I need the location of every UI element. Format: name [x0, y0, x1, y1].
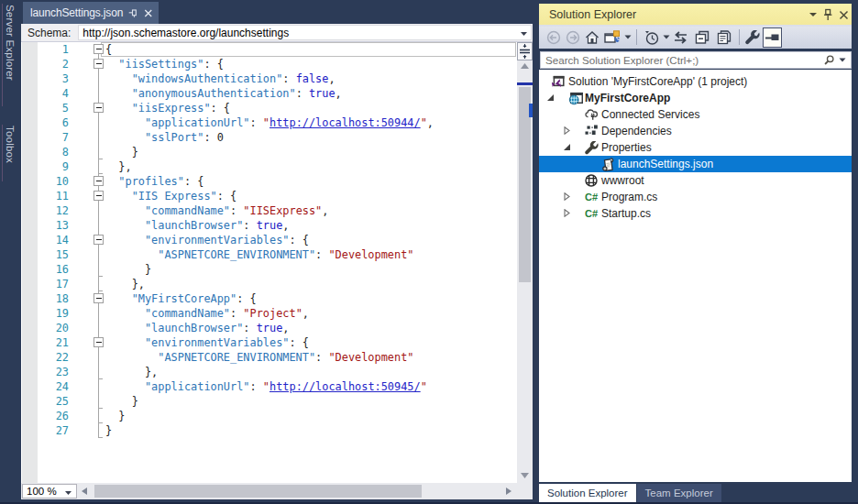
- tree-item-label: Dependencies: [601, 125, 672, 137]
- editor-bottom-bar: 100 %: [21, 483, 533, 499]
- scroll-down-arrow[interactable]: [520, 472, 530, 479]
- code-token: "iisSettings": [118, 58, 204, 71]
- solution-explorer-titlebar[interactable]: Solution Explorer: [539, 4, 852, 25]
- code-token: false: [296, 72, 329, 85]
- code-token: "sslPort": [145, 131, 204, 144]
- rail-tab-toolbox[interactable]: Toolbox: [5, 126, 16, 163]
- fold-collapse-box[interactable]: [94, 44, 104, 54]
- code-line[interactable]: "applicationUrl": "http://localhost:5094…: [105, 379, 427, 394]
- forward-icon[interactable]: [566, 30, 580, 45]
- tree-item-startup-cs[interactable]: C# Startup.cs: [539, 205, 852, 222]
- fold-end-tick: [98, 276, 103, 277]
- chevron-down-icon[interactable]: [663, 35, 670, 39]
- code-line[interactable]: "commandName": "Project",: [105, 306, 309, 321]
- code-line[interactable]: }: [105, 262, 151, 277]
- code-token: [105, 175, 118, 188]
- fold-collapse-box[interactable]: [94, 59, 104, 69]
- code-line[interactable]: "windowsAuthentication": false,: [105, 71, 336, 86]
- pending-changes-filter-icon[interactable]: [644, 30, 660, 46]
- show-all-files-icon[interactable]: [717, 30, 732, 45]
- tree-item-myfirstcoreapp[interactable]: MyFirstCoreApp: [539, 90, 852, 106]
- code-token: [105, 307, 145, 320]
- fold-collapse-box[interactable]: [94, 103, 104, 113]
- code-line[interactable]: "commandName": "IISExpress",: [105, 203, 328, 218]
- code-line[interactable]: "applicationUrl": "http://localhost:5094…: [105, 115, 434, 130]
- code-token: ,: [336, 87, 342, 100]
- window-position-chevron-icon[interactable]: [808, 12, 818, 17]
- tree-item-label: wwwroot: [601, 174, 644, 187]
- code-line[interactable]: "MyFirstCoreApp": {: [105, 291, 257, 306]
- collapse-all-icon[interactable]: [695, 30, 710, 45]
- code-line[interactable]: "IIS Express": {: [105, 189, 236, 203]
- solution-explorer-search[interactable]: Search Solution Explorer (Ctrl+;): [540, 51, 852, 69]
- sync-with-active-document-icon[interactable]: [673, 30, 688, 45]
- code-line[interactable]: }: [105, 409, 125, 423]
- tab-solution-explorer[interactable]: Solution Explorer: [539, 484, 636, 502]
- fold-collapse-box[interactable]: [94, 191, 104, 201]
- code-line[interactable]: }: [105, 145, 138, 159]
- code-line[interactable]: "ASPNETCORE_ENVIRONMENT": "Development": [105, 247, 414, 262]
- code-line[interactable]: "launchBrowser": true,: [105, 218, 289, 233]
- code-line[interactable]: "iisSettings": {: [105, 57, 224, 71]
- tree-item-dependencies[interactable]: Dependencies: [539, 123, 852, 139]
- tree-item-label: launchSettings.json: [618, 158, 713, 170]
- fold-collapse-box[interactable]: [94, 293, 104, 303]
- code-line[interactable]: "profiles": {: [105, 174, 204, 189]
- tree-item-wwwroot[interactable]: wwwroot: [539, 172, 852, 189]
- tree-item-launchsettings-json[interactable]: launchSettings.json: [539, 156, 852, 172]
- code-editor[interactable]: 1{2 "iisSettings": {3 "windowsAuthentica…: [21, 42, 517, 483]
- code-line[interactable]: "sslPort": 0: [105, 130, 224, 145]
- properties-icon[interactable]: [745, 30, 760, 45]
- switch-views-icon[interactable]: [604, 30, 621, 46]
- code-line[interactable]: "ASPNETCORE_ENVIRONMENT": "Development": [105, 350, 414, 365]
- back-icon[interactable]: [546, 30, 561, 45]
- tree-item-properties[interactable]: Properties: [539, 139, 852, 156]
- code-token: :: [204, 131, 216, 144]
- chevron-down-icon[interactable]: [839, 58, 846, 62]
- code-line[interactable]: },: [105, 159, 132, 174]
- code-line[interactable]: {: [105, 42, 112, 57]
- scroll-right-arrow[interactable]: [505, 487, 512, 496]
- scroll-up-arrow[interactable]: [520, 62, 530, 70]
- tab-team-explorer[interactable]: Team Explorer: [637, 484, 721, 502]
- fold-collapse-box[interactable]: [94, 176, 104, 186]
- zoom-level-combo[interactable]: 100 %: [22, 484, 77, 499]
- code-line[interactable]: }: [105, 394, 138, 409]
- code-token: [105, 116, 145, 129]
- fold-collapse-box[interactable]: [94, 337, 104, 347]
- chevron-down-icon[interactable]: [520, 31, 528, 37]
- chevron-down-icon[interactable]: [624, 35, 632, 39]
- editor-vertical-scrollbar[interactable]: [517, 42, 533, 483]
- tree-item-solution-myfirstcoreapp-1-project[interactable]: Solution 'MyFirstCoreApp' (1 project): [539, 73, 852, 90]
- chevron-down-icon[interactable]: [64, 490, 72, 496]
- schema-combo[interactable]: http://json.schemastore.org/launchsettin…: [78, 25, 532, 40]
- close-icon[interactable]: [144, 8, 153, 18]
- home-icon[interactable]: [585, 30, 600, 45]
- close-icon[interactable]: [839, 10, 849, 20]
- rail-tab-server-explorer[interactable]: Server Explorer: [5, 5, 16, 81]
- code-token: ": [263, 380, 270, 393]
- code-line[interactable]: "launchBrowser": true,: [105, 321, 289, 335]
- fold-end-tick: [98, 437, 103, 438]
- zoom-level-value: 100 %: [27, 486, 57, 497]
- code-line[interactable]: },: [105, 277, 145, 291]
- search-icon[interactable]: [822, 54, 835, 67]
- code-line[interactable]: "environmentVariables": {: [105, 335, 309, 350]
- code-line[interactable]: "anonymousAuthentication": true,: [105, 86, 342, 101]
- code-line[interactable]: },: [105, 365, 158, 379]
- code-line[interactable]: "environmentVariables": {: [105, 233, 309, 247]
- pin-icon[interactable]: [128, 6, 138, 19]
- editor-splitter-grip[interactable]: [517, 42, 533, 60]
- toolbar-separator: [739, 29, 740, 45]
- tree-item-program-cs[interactable]: C# Program.cs: [539, 189, 852, 205]
- code-line[interactable]: "iisExpress": {: [105, 101, 230, 115]
- fold-collapse-box[interactable]: [94, 235, 104, 245]
- document-tab[interactable]: launchSettings.json: [23, 2, 159, 24]
- scroll-left-arrow[interactable]: [81, 487, 88, 496]
- preview-selected-items-toggle[interactable]: [763, 27, 782, 48]
- code-line[interactable]: }: [105, 423, 112, 438]
- pin-icon[interactable]: [823, 8, 832, 21]
- horizontal-scrollbar-thumb[interactable]: [94, 485, 422, 498]
- tree-item-connected-services[interactable]: Connected Services: [539, 106, 852, 123]
- code-token: "MyFirstCoreApp": [132, 292, 237, 305]
